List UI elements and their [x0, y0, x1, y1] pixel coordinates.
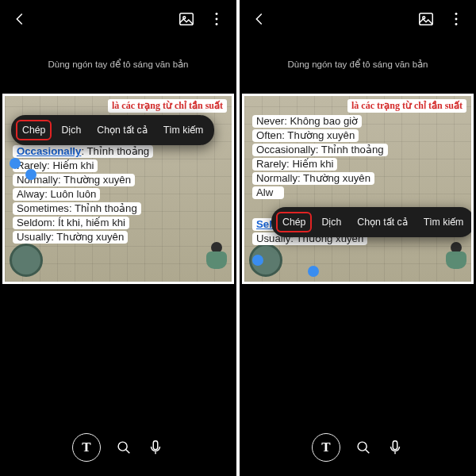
svg-point-5 — [118, 442, 127, 451]
svg-point-11 — [455, 23, 458, 25]
mic-icon[interactable] — [147, 439, 164, 456]
line-rarely[interactable]: Rarely: Hiếm khi — [252, 158, 337, 171]
topbar-actions — [417, 10, 465, 28]
back-icon[interactable] — [11, 10, 29, 28]
context-translate[interactable]: Dịch — [315, 212, 347, 232]
context-copy[interactable]: Chép — [16, 120, 52, 140]
context-selectall[interactable]: Chọn tất cả — [90, 120, 153, 140]
topbar — [0, 0, 236, 38]
captured-photo[interactable]: là các trạng từ chỉ tần suất Chép Dịch C… — [2, 94, 234, 284]
svg-point-2 — [216, 13, 218, 15]
svg-rect-6 — [153, 441, 158, 450]
svg-point-10 — [455, 18, 458, 21]
line-alway[interactable]: Alway: Luôn luôn — [13, 188, 100, 201]
line-never[interactable]: Never: Không bao giờ — [252, 115, 362, 128]
clock-decoration — [10, 244, 43, 277]
bottombar: T — [240, 419, 476, 476]
search-icon[interactable] — [115, 439, 132, 456]
context-search[interactable]: Tìm kiếm — [417, 212, 470, 232]
svg-rect-0 — [180, 13, 194, 25]
mic-icon[interactable] — [386, 439, 404, 456]
content-area: là các trạng từ chỉ tần suất Chép Dịch C… — [0, 90, 236, 419]
photo-heading: là các trạng từ chỉ tần suất — [108, 99, 227, 113]
svg-point-9 — [455, 13, 458, 15]
line-occasionally[interactable]: Occasionally: Thỉnh thoảng — [252, 144, 388, 156]
line-alw-stub[interactable]: Alw — [252, 186, 284, 199]
text-context-menu: Chép Dịch Chọn tất cả Tìm kiếm — [271, 207, 474, 237]
topbar — [240, 0, 476, 38]
back-icon[interactable] — [251, 10, 268, 28]
line-often[interactable]: Often: Thường xuyên — [252, 129, 359, 142]
svg-rect-7 — [420, 13, 433, 25]
line-rarely[interactable]: Rarely: Hiếm khi — [13, 159, 98, 172]
text-tool-button[interactable]: T — [72, 433, 101, 462]
context-search[interactable]: Tìm kiếm — [157, 120, 210, 140]
svg-point-12 — [358, 442, 367, 451]
selection-handle-end[interactable] — [308, 266, 319, 277]
person-decoration — [444, 242, 468, 277]
context-selectall[interactable]: Chọn tất cả — [351, 212, 413, 232]
photo-heading: là các trạng từ chỉ tần suất — [347, 99, 466, 113]
selection-handle-end[interactable] — [25, 169, 36, 180]
line-seldom[interactable]: Seldom: Ít khi, hiếm khi — [13, 217, 129, 229]
svg-point-4 — [216, 23, 218, 25]
screenshot-right: Dùng ngón tay để tô sáng văn bản là các … — [240, 0, 476, 476]
more-icon[interactable] — [208, 10, 225, 28]
line-normally[interactable]: Normally: Thường xuyên — [252, 172, 374, 185]
screenshot-left: Dùng ngón tay để tô sáng văn bản là các … — [0, 0, 236, 476]
svg-rect-13 — [393, 441, 397, 450]
line-occasionally[interactable]: Occasionally: Thỉnh thoảng — [13, 145, 153, 158]
selection-handle-start[interactable] — [10, 158, 21, 169]
bottombar: T — [0, 419, 236, 476]
gallery-icon[interactable] — [178, 10, 195, 28]
topbar-actions — [178, 10, 225, 28]
text-lines: Occasionally: Thỉnh thoảng Rarely: Hiếm … — [13, 145, 153, 244]
side-by-side-screenshots: Dùng ngón tay để tô sáng văn bản là các … — [0, 0, 476, 476]
instruction-text: Dùng ngón tay để tô sáng văn bản — [240, 38, 476, 90]
highlighted-word: Occasionally — [17, 145, 81, 157]
more-icon[interactable] — [447, 10, 465, 28]
captured-photo[interactable]: là các trạng từ chỉ tần suất Never: Khôn… — [242, 94, 474, 284]
gallery-icon[interactable] — [417, 10, 435, 28]
text-tool-button[interactable]: T — [312, 433, 340, 462]
line-usually[interactable]: Usually: Thường xuyên — [13, 231, 128, 244]
content-area: là các trạng từ chỉ tần suất Never: Khôn… — [240, 90, 476, 419]
context-copy[interactable]: Chép — [276, 212, 312, 232]
instruction-text: Dùng ngón tay để tô sáng văn bản — [0, 38, 236, 90]
person-decoration — [205, 242, 228, 277]
svg-point-3 — [216, 18, 218, 21]
context-translate[interactable]: Dịch — [55, 120, 87, 140]
search-icon[interactable] — [355, 439, 372, 456]
line-sometimes[interactable]: Sometimes: Thỉnh thoảng — [13, 202, 141, 215]
selection-handle-start[interactable] — [252, 255, 263, 266]
text-context-menu: Chép Dịch Chọn tất cả Tìm kiếm — [11, 115, 214, 145]
